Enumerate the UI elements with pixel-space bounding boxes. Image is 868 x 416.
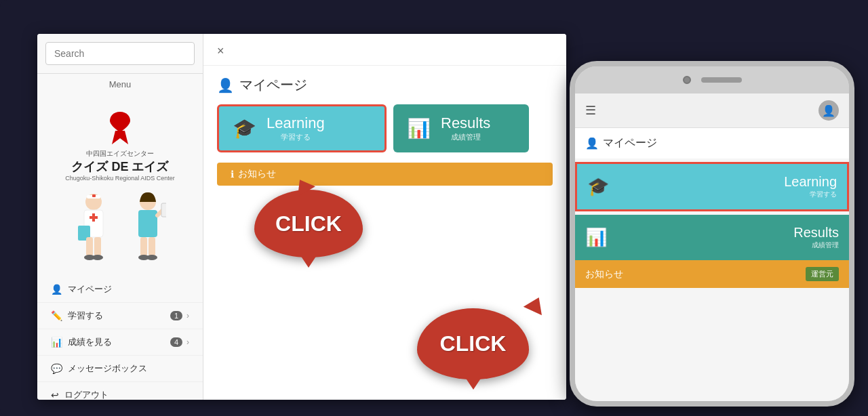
logo-area: 中四国エイズセンター クイズ DE エイズ Chugoku-Shikoku Re… — [37, 95, 203, 188]
nurses-container — [37, 188, 203, 270]
nav-icon-logout: ↩ — [51, 390, 59, 400]
page-title: 👤 マイページ — [217, 76, 553, 94]
phone-graduation-icon: 🎓 — [587, 176, 609, 197]
click-label-2: CLICK — [440, 331, 507, 356]
svg-rect-10 — [90, 216, 98, 219]
notice-bar: ℹ お知らせ — [217, 163, 553, 186]
nav-label-logout: ログアウト — [64, 389, 108, 400]
results-label-main: Results — [441, 115, 490, 132]
action-buttons: 🎓 Learning 学習する 📊 Results 成績管理 — [203, 104, 566, 152]
logo-main-text: クイズ DE エイズ — [71, 159, 168, 175]
click-label-1: CLICK — [275, 211, 342, 236]
nav-icon-results: 📊 — [51, 337, 62, 348]
svg-rect-14 — [161, 203, 166, 217]
phone-notice-btn[interactable]: 運営元 — [806, 267, 839, 281]
nav-label-results: 成績を見る — [68, 336, 112, 348]
svg-rect-12 — [138, 210, 157, 237]
phone-learning-button[interactable]: 🎓 Learning 学習する — [575, 162, 849, 211]
phone-menu-icon[interactable]: ☰ — [585, 103, 596, 118]
nav-icon-messages: 💬 — [51, 363, 62, 374]
close-button[interactable]: × — [217, 44, 224, 58]
monitor-frame: Menu 中四国エイズセンター クイズ DE エイズ Chugoku-Shiko… — [0, 0, 868, 416]
svg-rect-6 — [94, 237, 101, 256]
main-header: × — [203, 34, 566, 66]
nav-label-messages: メッセージボックス — [68, 362, 147, 375]
phone-user-icon[interactable]: 👤 — [818, 100, 839, 121]
nurse-figure-1 — [75, 188, 119, 270]
logo-sub-text: Chugoku-Shikoku Regional AIDS Center — [65, 175, 175, 182]
nav-items: 👤 マイページ ✏️ 学習する 1 › 📊 成績を見る 4 › 💬 — [37, 270, 203, 400]
svg-point-18 — [146, 255, 157, 260]
nav-label-learn: 学習する — [68, 310, 103, 322]
svg-rect-16 — [149, 237, 155, 256]
phone-camera — [683, 76, 691, 84]
svg-rect-3 — [92, 194, 96, 197]
phone-screen: ☰ 👤 👤 マイページ 🎓 Learning 学習する 📊 Res — [575, 93, 849, 401]
phone-learning-text: Learning 学習する — [784, 174, 837, 199]
phone-learning-main: Learning — [784, 174, 837, 190]
phone-app-header: ☰ 👤 — [575, 93, 849, 128]
nav-item-messages[interactable]: 💬 メッセージボックス — [37, 356, 203, 382]
learning-label-main: Learning — [267, 115, 325, 132]
phone-notice-bar: お知らせ 運営元 — [575, 260, 849, 288]
phone-results-button[interactable]: 📊 Results 成績管理 — [575, 215, 849, 260]
ribbon-icon — [106, 108, 134, 146]
svg-rect-5 — [86, 237, 93, 256]
learning-button-text: Learning 学習する — [267, 115, 325, 142]
phone-page-title-text: マイページ — [603, 136, 657, 150]
svg-rect-15 — [140, 237, 147, 256]
nav-badge-learn: 1 — [170, 311, 182, 320]
learning-button[interactable]: 🎓 Learning 学習する — [217, 104, 387, 152]
phone-results-main: Results — [793, 225, 839, 241]
graduation-icon: 🎓 — [233, 117, 256, 140]
results-button-text: Results 成績管理 — [441, 115, 490, 142]
nav-icon-learn: ✏️ — [51, 310, 62, 321]
sidebar: Menu 中四国エイズセンター クイズ DE エイズ Chugoku-Shiko… — [37, 34, 203, 400]
phone-results-text: Results 成績管理 — [793, 225, 839, 250]
phone-results-sub: 成績管理 — [793, 241, 839, 250]
results-button[interactable]: 📊 Results 成績管理 — [393, 104, 529, 152]
notice-text: お知らせ — [238, 168, 276, 180]
page-title-text: マイページ — [239, 76, 307, 94]
nav-item-results[interactable]: 📊 成績を見る 4 › — [37, 329, 203, 356]
learning-label-sub: 学習する — [267, 132, 325, 142]
results-label-sub: 成績管理 — [441, 132, 490, 142]
search-box — [37, 34, 203, 74]
phone-top-bar — [575, 66, 849, 93]
phone-chart-icon: 📊 — [585, 227, 607, 248]
svg-point-8 — [92, 255, 103, 260]
phone-learning-sub: 学習する — [784, 190, 837, 199]
nav-arrow-results: › — [186, 337, 189, 347]
phone-notice-text: お知らせ — [585, 268, 623, 280]
nav-arrow-learn: › — [186, 311, 189, 320]
nav-item-mypage[interactable]: 👤 マイページ — [37, 276, 203, 303]
nurse-figure-2 — [122, 188, 166, 270]
chart-icon: 📊 — [407, 117, 431, 140]
search-input[interactable] — [45, 42, 195, 65]
nav-icon-mypage: 👤 — [51, 284, 62, 295]
page-title-icon: 👤 — [217, 77, 234, 93]
phone-page-icon: 👤 — [585, 137, 599, 150]
phone-mockup: ☰ 👤 👤 マイページ 🎓 Learning 学習する 📊 Res — [570, 61, 854, 407]
nav-badge-results: 4 — [170, 337, 182, 347]
logo-text-center: 中四国エイズセンター — [86, 149, 154, 159]
phone-page-title: 👤 マイページ — [575, 128, 849, 159]
nav-item-learn[interactable]: ✏️ 学習する 1 › — [37, 303, 203, 329]
notice-icon: ℹ — [231, 169, 234, 180]
phone-speaker — [701, 77, 742, 83]
nav-label-mypage: マイページ — [68, 283, 112, 295]
nav-item-logout[interactable]: ↩ ログアウト — [37, 382, 203, 400]
menu-label: Menu — [37, 74, 203, 95]
